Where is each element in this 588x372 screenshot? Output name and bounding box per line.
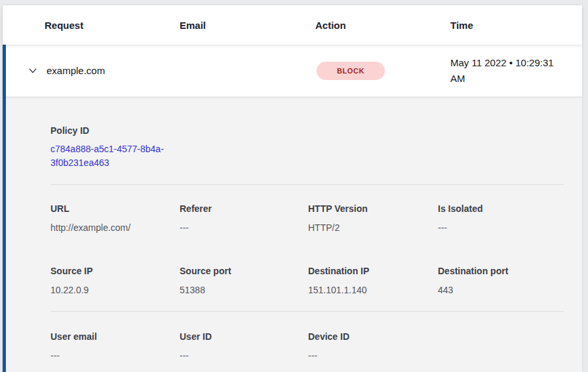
chevron-down-icon[interactable] bbox=[28, 66, 38, 76]
field-label: Device ID bbox=[308, 330, 438, 343]
field-user-email: User email --- bbox=[50, 330, 180, 362]
field-label: Destination port bbox=[438, 264, 564, 278]
expanded-details-panel: Policy ID c784a888-a5c1-4577-8b4a-3f0b23… bbox=[3, 97, 582, 372]
time-cell: May 11 2022 • 10:29:31 AM bbox=[450, 55, 559, 87]
column-header-action: Action bbox=[315, 20, 450, 31]
field-value: 51388 bbox=[180, 283, 308, 297]
column-header-time: Time bbox=[450, 20, 582, 31]
field-http-version: HTTP Version HTTP/2 bbox=[308, 202, 438, 234]
field-label: Source port bbox=[180, 264, 308, 278]
field-value: 443 bbox=[438, 283, 564, 297]
field-url: URL http://example.com/ bbox=[50, 202, 180, 234]
field-device-id: Device ID --- bbox=[308, 330, 438, 362]
field-is-isolated: Is Isolated --- bbox=[438, 202, 564, 234]
column-header-request: Request bbox=[45, 20, 180, 31]
field-empty bbox=[438, 330, 564, 362]
field-label: User ID bbox=[180, 330, 308, 343]
selected-row-accent-bar bbox=[3, 45, 6, 372]
field-referer: Referer --- bbox=[180, 202, 308, 234]
field-source-ip: Source IP 10.22.0.9 bbox=[50, 264, 180, 297]
table-row[interactable]: example.com BLOCK May 11 2022 • 10:29:31… bbox=[3, 45, 582, 97]
field-label: URL bbox=[50, 202, 180, 215]
field-label: Source IP bbox=[50, 264, 180, 278]
table-header: Request Email Action Time bbox=[3, 5, 582, 45]
policy-block: Policy ID c784a888-a5c1-4577-8b4a-3f0b23… bbox=[50, 124, 564, 170]
field-label: User email bbox=[50, 330, 180, 343]
column-header-email: Email bbox=[180, 20, 315, 31]
field-label: HTTP Version bbox=[308, 202, 438, 215]
field-source-port: Source port 51388 bbox=[180, 264, 308, 297]
field-user-id: User ID --- bbox=[180, 330, 308, 362]
request-domain: example.com bbox=[47, 65, 105, 76]
field-label: Destination IP bbox=[308, 264, 438, 278]
detail-row-network: Source IP 10.22.0.9 Source port 51388 De… bbox=[50, 234, 564, 297]
field-destination-port: Destination port 443 bbox=[438, 264, 564, 297]
policy-id-link[interactable]: c784a888-a5c1-4577-8b4a-3f0b231ea463 bbox=[50, 142, 182, 170]
field-destination-ip: Destination IP 151.101.1.140 bbox=[308, 264, 438, 297]
policy-id-label: Policy ID bbox=[50, 124, 564, 137]
field-value: --- bbox=[180, 349, 308, 362]
field-label: Referer bbox=[180, 202, 308, 215]
detail-row-user: User email --- User ID --- Device ID --- bbox=[50, 312, 564, 362]
field-value: 151.101.1.140 bbox=[308, 283, 438, 297]
field-label: Is Isolated bbox=[438, 202, 564, 215]
field-value: --- bbox=[50, 349, 180, 362]
field-value: --- bbox=[438, 221, 564, 234]
action-cell: BLOCK bbox=[315, 62, 450, 80]
field-value: HTTP/2 bbox=[308, 221, 438, 234]
field-value: --- bbox=[180, 221, 308, 234]
log-detail-card: Request Email Action Time example.com BL… bbox=[3, 5, 582, 372]
status-badge: BLOCK bbox=[317, 62, 385, 80]
detail-row-http: URL http://example.com/ Referer --- HTTP… bbox=[50, 185, 564, 234]
request-cell: example.com bbox=[28, 65, 180, 76]
field-value: http://example.com/ bbox=[50, 221, 180, 234]
field-value: 10.22.0.9 bbox=[50, 283, 180, 297]
field-value: --- bbox=[308, 349, 438, 362]
